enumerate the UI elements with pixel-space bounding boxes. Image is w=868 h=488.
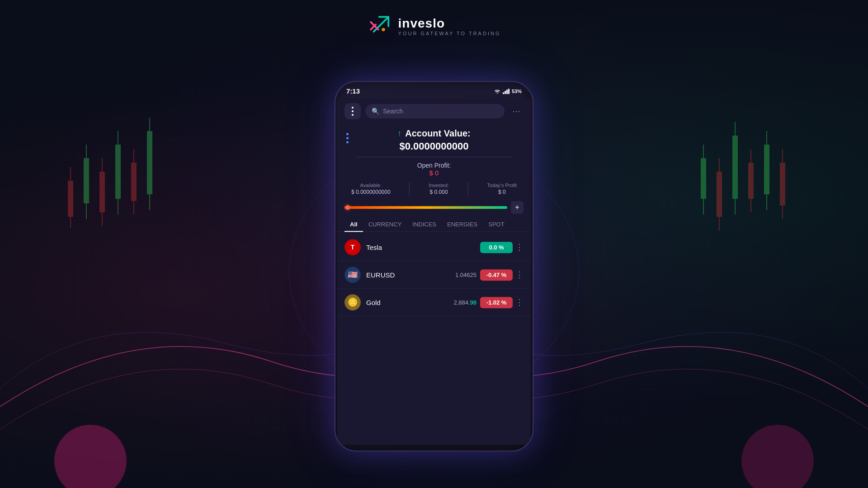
svg-rect-15: [147, 131, 152, 194]
eurusd-more-icon[interactable]: ⋮: [515, 270, 524, 280]
svg-rect-9: [115, 145, 121, 199]
add-button[interactable]: +: [511, 201, 524, 214]
invested-label: Invested:: [429, 183, 449, 188]
status-time: 7:13: [346, 87, 360, 95]
tab-spot[interactable]: SPOT: [483, 217, 509, 231]
tesla-logo: T: [344, 239, 361, 255]
svg-rect-27: [748, 163, 754, 199]
svg-rect-18: [701, 158, 706, 199]
menu-dot-3: [352, 114, 354, 116]
account-title: Account Value:: [405, 128, 470, 139]
svg-rect-34: [782, 149, 783, 165]
gold-logo: 🪙: [344, 294, 361, 310]
svg-rect-10: [118, 131, 118, 147]
svg-rect-13: [133, 149, 134, 165]
battery-level: 53%: [512, 89, 522, 94]
svg-rect-16: [149, 117, 150, 133]
logo-text: inveslo YOUR GATEWAY TO TRADING: [398, 16, 501, 36]
tesla-more-icon[interactable]: ⋮: [515, 242, 524, 252]
progress-bar-container: +: [337, 201, 531, 214]
gold-price: 2,884.98: [453, 299, 476, 306]
svg-rect-6: [99, 172, 105, 212]
phone-mockup: 7:13 53% 🔍: [335, 81, 533, 451]
stat-available: Available: $ 0.0000000000: [351, 183, 391, 195]
account-section: ↑ Account Value: $0.0000000000 Open Prof…: [337, 124, 531, 177]
svg-rect-4: [86, 145, 87, 160]
menu-button[interactable]: [344, 103, 361, 119]
gold-change-badge: -1.02 %: [480, 297, 513, 308]
trend-up-icon: ↑: [397, 129, 401, 138]
svg-rect-44: [508, 89, 509, 94]
gold-name: Gold: [366, 299, 453, 306]
dot-1: [346, 133, 349, 135]
app-name: inveslo: [398, 16, 501, 31]
svg-rect-23: [719, 215, 720, 230]
svg-point-39: [741, 425, 814, 488]
svg-rect-42: [505, 91, 506, 94]
svg-rect-31: [766, 131, 767, 147]
logo-icon: [368, 14, 393, 39]
asset-tabs: All CURRENCY INDICES ENERGIES SPOT: [337, 217, 531, 232]
search-bar[interactable]: 🔍 Search: [365, 104, 505, 118]
status-icons: 53%: [494, 89, 522, 94]
svg-point-40: [382, 28, 385, 31]
gold-price-decimal: 98: [470, 299, 476, 306]
svg-rect-11: [118, 197, 118, 215]
todays-profit-value: $ 0: [487, 189, 517, 195]
gold-more-icon[interactable]: ⋮: [515, 297, 524, 307]
search-placeholder: Search: [383, 108, 403, 115]
portfolio-progress-bar: [344, 206, 507, 209]
svg-rect-22: [719, 158, 720, 174]
svg-rect-43: [506, 89, 508, 94]
eurusd-change-badge: -0.47 %: [480, 269, 513, 281]
invested-value: $ 0.000: [429, 189, 449, 195]
svg-rect-28: [750, 149, 751, 165]
svg-rect-8: [102, 210, 103, 226]
svg-rect-7: [102, 158, 103, 174]
svg-rect-0: [68, 181, 73, 217]
tesla-logo-icon: T: [344, 239, 361, 255]
app-tagline: YOUR GATEWAY TO TRADING: [398, 31, 501, 36]
phone-screen: 🔍 Search ⋯ ↑ Account Value:: [337, 99, 531, 445]
svg-rect-41: [503, 92, 504, 94]
logo-area: inveslo YOUR GATEWAY TO TRADING: [368, 14, 501, 39]
top-nav: 🔍 Search ⋯: [337, 99, 531, 124]
stat-divider-2: [468, 182, 468, 196]
open-profit-label: Open Profit:: [346, 162, 522, 169]
svg-rect-1: [70, 167, 71, 185]
asset-item-tesla[interactable]: T Tesla 0.0 % ⋮: [337, 234, 531, 261]
open-profit-value: $ 0: [346, 169, 522, 177]
svg-rect-26: [735, 197, 736, 215]
tab-currency[interactable]: CURRENCY: [363, 217, 407, 231]
dot-3: [346, 141, 349, 143]
available-label: Available:: [351, 183, 391, 188]
svg-rect-21: [717, 172, 722, 217]
phone-frame: 7:13 53% 🔍: [335, 81, 533, 451]
tab-indices[interactable]: INDICES: [407, 217, 442, 231]
stat-todays-profit: Today's Profit $ 0: [487, 183, 517, 195]
todays-profit-label: Today's Profit: [487, 183, 517, 188]
asset-item-eurusd[interactable]: 🇺🇸 EURUSD 1.04625 -0.47 % ⋮: [337, 261, 531, 289]
stat-invested: Invested: $ 0.000: [429, 183, 449, 195]
svg-rect-25: [735, 122, 736, 138]
svg-rect-20: [703, 197, 704, 215]
status-bar: 7:13 53%: [335, 82, 533, 99]
menu-dot-2: [352, 110, 354, 112]
svg-rect-3: [84, 158, 89, 203]
svg-rect-32: [766, 192, 767, 210]
svg-rect-17: [149, 192, 150, 210]
tab-all[interactable]: All: [344, 217, 363, 231]
stat-divider-1: [409, 182, 410, 196]
more-options-button[interactable]: ⋯: [509, 104, 524, 118]
eurusd-logo-icon: 🇺🇸: [344, 267, 361, 283]
svg-rect-5: [86, 201, 87, 219]
svg-point-38: [54, 425, 127, 488]
asset-item-gold[interactable]: 🪙 Gold 2,884.98 -1.02 % ⋮: [337, 289, 531, 316]
available-value: $ 0.0000000000: [351, 189, 391, 195]
tab-energies[interactable]: ENERGIES: [442, 217, 483, 231]
progress-thumb: [345, 205, 350, 210]
dot-2: [346, 137, 349, 139]
svg-rect-12: [131, 163, 137, 201]
tesla-change-badge: 0.0 %: [480, 242, 513, 253]
asset-list: T Tesla 0.0 % ⋮ 🇺🇸 EURUSD 1.04625 -0.47 …: [337, 234, 531, 316]
